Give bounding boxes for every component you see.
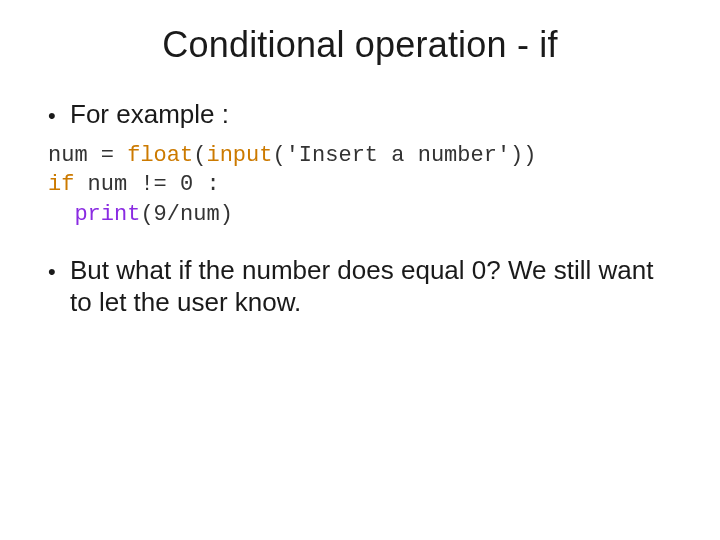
bullet-dot-icon: • bbox=[48, 254, 70, 286]
code-keyword: float bbox=[127, 143, 193, 168]
code-text: ( bbox=[193, 143, 206, 168]
code-keyword: if bbox=[48, 172, 74, 197]
slide-title: Conditional operation - if bbox=[48, 24, 672, 66]
code-text: num = bbox=[48, 143, 127, 168]
code-keyword: input bbox=[206, 143, 272, 168]
slide: Conditional operation - if • For example… bbox=[0, 0, 720, 540]
code-block: num = float(input('Insert a number')) if… bbox=[48, 141, 672, 230]
code-text: (9/num) bbox=[140, 202, 232, 227]
code-text: ( bbox=[272, 143, 285, 168]
bullet-item: • But what if the number does equal 0? W… bbox=[48, 254, 672, 319]
bullet-dot-icon: • bbox=[48, 98, 70, 130]
code-function: print bbox=[74, 202, 140, 227]
code-indent bbox=[48, 202, 74, 227]
code-text: )) bbox=[510, 143, 536, 168]
bullet-text: For example : bbox=[70, 98, 672, 131]
bullet-text: But what if the number does equal 0? We … bbox=[70, 254, 672, 319]
bullet-item: • For example : bbox=[48, 98, 672, 131]
code-text: num != 0 : bbox=[74, 172, 219, 197]
code-string: 'Insert a number' bbox=[286, 143, 510, 168]
